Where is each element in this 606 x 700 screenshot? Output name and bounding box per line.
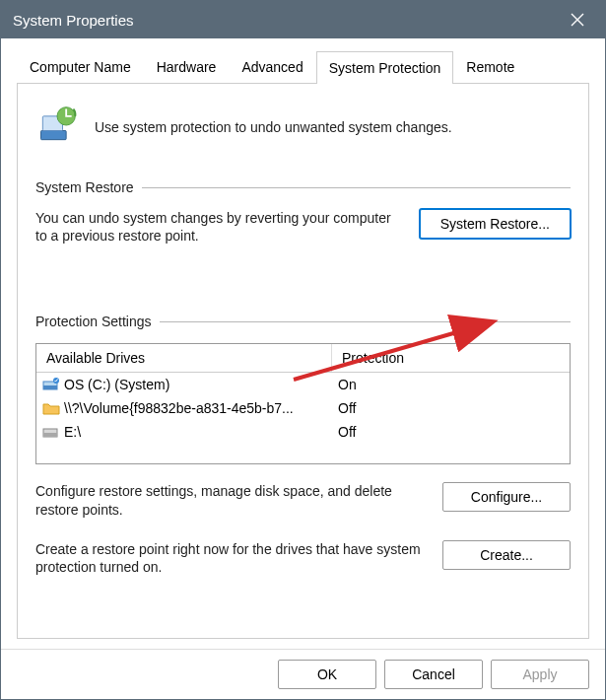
tab-remote[interactable]: Remote xyxy=(453,50,527,83)
divider xyxy=(142,187,571,188)
close-icon xyxy=(571,13,584,27)
drive-name-label: E:\ xyxy=(64,424,81,440)
drive-name-label: \\?\Volume{f98832be-a831-4e5b-b7... xyxy=(64,400,294,416)
create-button[interactable]: Create... xyxy=(442,540,571,570)
drives-table: Available Drives Protection OS (C:) (Sys… xyxy=(35,343,571,464)
drive-protection-label: On xyxy=(332,377,570,392)
system-restore-group: System Restore You can undo system chang… xyxy=(35,179,571,245)
configure-text: Configure restore settings, manage disk … xyxy=(35,482,425,518)
folder-icon xyxy=(42,400,60,416)
system-restore-text: You can undo system changes by reverting… xyxy=(35,209,402,245)
tab-system-protection[interactable]: System Protection xyxy=(316,51,454,84)
hdd-system-icon xyxy=(42,377,60,392)
drives-header: Available Drives Protection xyxy=(36,344,570,373)
tab-hardware[interactable]: Hardware xyxy=(144,50,230,83)
protection-settings-group: Protection Settings Available Drives Pro… xyxy=(35,314,571,576)
tab-strip: Computer Name Hardware Advanced System P… xyxy=(17,50,589,84)
dialog-buttons: OK Cancel Apply xyxy=(1,649,605,699)
col-protection: Protection xyxy=(332,344,570,372)
create-text: Create a restore point right now for the… xyxy=(35,540,425,576)
drive-row[interactable]: E:\ Off xyxy=(36,420,570,444)
apply-button[interactable]: Apply xyxy=(491,660,589,689)
window-title: System Properties xyxy=(13,12,562,29)
cancel-button[interactable]: Cancel xyxy=(384,660,483,689)
drive-protection-label: Off xyxy=(332,424,570,440)
drive-protection-label: Off xyxy=(332,400,570,416)
system-restore-button[interactable]: System Restore... xyxy=(420,209,571,239)
configure-button[interactable]: Configure... xyxy=(442,482,571,512)
drive-row[interactable]: \\?\Volume{f98832be-a831-4e5b-b7... Off xyxy=(36,396,570,420)
col-available-drives: Available Drives xyxy=(36,344,332,372)
protection-settings-label: Protection Settings xyxy=(35,314,152,329)
drive-name-label: OS (C:) (System) xyxy=(64,377,169,392)
ok-button[interactable]: OK xyxy=(278,660,376,689)
tabpage-system-protection: Use system protection to undo unwanted s… xyxy=(17,84,589,639)
svg-rect-9 xyxy=(43,433,57,437)
titlebar: System Properties xyxy=(1,1,605,38)
system-protection-icon xyxy=(35,104,79,150)
divider xyxy=(160,321,571,322)
svg-rect-0 xyxy=(41,131,67,140)
system-restore-label: System Restore xyxy=(35,179,134,195)
tab-computer-name[interactable]: Computer Name xyxy=(17,50,144,83)
info-text: Use system protection to undo unwanted s… xyxy=(95,119,452,135)
tab-advanced[interactable]: Advanced xyxy=(229,50,315,83)
drive-row[interactable]: OS (C:) (System) On xyxy=(36,373,570,396)
close-button[interactable] xyxy=(562,4,593,35)
hdd-icon xyxy=(42,424,60,440)
svg-rect-6 xyxy=(43,385,57,389)
